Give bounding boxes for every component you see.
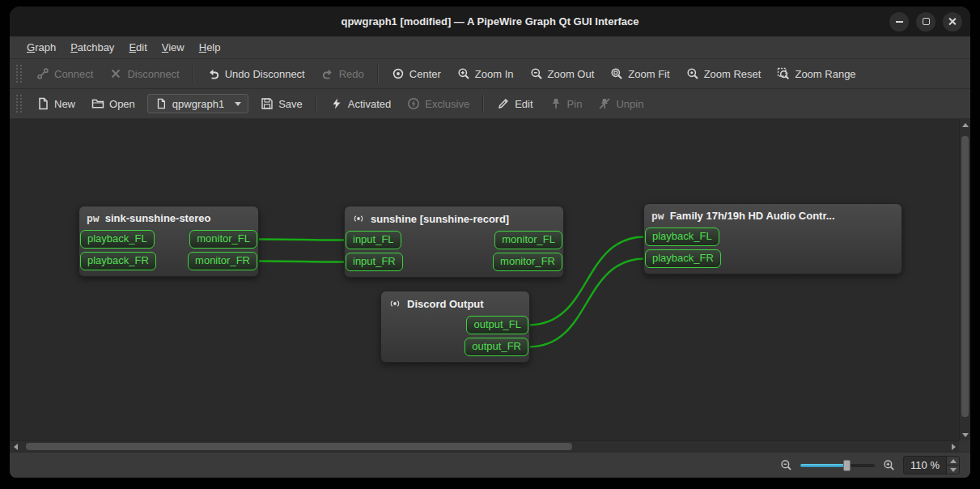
scroll-left-button[interactable] <box>10 441 21 452</box>
connection-edge[interactable] <box>257 240 346 240</box>
port-monitor-fl[interactable]: monitor_FL <box>189 230 257 249</box>
connect-button[interactable]: Connect <box>29 63 100 84</box>
port-playback-fr[interactable]: playback_FR <box>80 252 156 270</box>
maximize-button[interactable] <box>916 12 935 32</box>
canvas[interactable]: pw sink-sunshine-stereo playback_FL moni… <box>10 119 959 440</box>
node-title: sink-sunshine-stereo <box>105 212 211 224</box>
audio-source-icon <box>388 297 401 310</box>
unpin-button[interactable]: Unpin <box>591 93 651 114</box>
edit-button[interactable]: Edit <box>490 93 540 114</box>
redo-icon <box>321 67 334 80</box>
patchbay-file-icon <box>155 97 168 110</box>
graph-node-sunshine[interactable]: sunshine [sunshine-record] input_FL moni… <box>344 206 564 278</box>
toolbar-handle[interactable] <box>16 95 22 113</box>
toolbar-separator <box>482 95 484 113</box>
new-button[interactable]: New <box>29 93 83 114</box>
node-title: Family 17h/19h HD Audio Contr... <box>670 210 835 222</box>
exclusive-toggle[interactable]: Exclusive <box>400 93 477 114</box>
connection-layer <box>10 119 959 440</box>
zoom-in-button[interactable]: Zoom In <box>450 63 521 84</box>
center-button[interactable]: Center <box>384 63 448 84</box>
zoom-out-button[interactable]: Zoom Out <box>523 63 602 84</box>
minimize-button[interactable] <box>889 12 909 32</box>
port-playback-fl[interactable]: playback_FL <box>645 227 719 246</box>
scroll-up-button[interactable] <box>960 119 970 130</box>
triangle-right-icon <box>952 444 956 450</box>
zoom-slider-track[interactable] <box>800 464 875 467</box>
port-monitor-fr[interactable]: monitor_FR <box>493 253 562 271</box>
menu-patchbay[interactable]: Patchbay <box>63 37 121 57</box>
open-folder-icon <box>91 97 104 110</box>
pipewire-icon: pw <box>87 212 100 224</box>
pin-icon <box>549 97 562 110</box>
zoom-slider[interactable] <box>800 458 875 473</box>
vertical-scroll-track[interactable] <box>960 130 970 429</box>
graph-node-discord-output[interactable]: Discord Output output_FL output_FR <box>380 291 530 363</box>
menu-view[interactable]: View <box>155 37 192 57</box>
toolbar-handle[interactable] <box>16 65 22 83</box>
port-monitor-fl[interactable]: monitor_FL <box>494 231 562 249</box>
vertical-scroll-thumb[interactable] <box>961 136 969 417</box>
center-icon <box>392 67 405 80</box>
zoom-out-icon <box>530 67 543 80</box>
horizontal-scroll-thumb[interactable] <box>26 443 573 450</box>
activated-toggle[interactable]: Activated <box>323 93 398 114</box>
zoom-slider-handle[interactable] <box>843 460 851 471</box>
titlebar: qpwgraph1 [modified] — A PipeWire Graph … <box>10 6 970 36</box>
disconnect-button[interactable]: Disconnect <box>102 63 186 84</box>
graph-node-sink-sunshine-stereo[interactable]: pw sink-sunshine-stereo playback_FL moni… <box>78 206 259 277</box>
pin-button[interactable]: Pin <box>542 93 590 114</box>
scroll-right-button[interactable] <box>948 441 959 452</box>
chevron-down-icon <box>235 102 241 106</box>
scroll-down-button[interactable] <box>960 429 970 440</box>
horizontal-scrollbar[interactable] <box>10 440 959 452</box>
open-button[interactable]: Open <box>84 93 142 114</box>
vertical-scrollbar[interactable] <box>959 119 970 440</box>
zoom-fit-button[interactable]: Zoom Fit <box>603 63 677 84</box>
redo-button[interactable]: Redo <box>314 63 371 84</box>
exclusive-icon <box>407 97 420 110</box>
save-button[interactable]: Save <box>253 93 310 114</box>
port-input-fl[interactable]: input_FL <box>346 231 401 249</box>
node-header: pw Family 17h/19h HD Audio Contr... <box>644 209 902 227</box>
zoom-spinbox[interactable]: 110 % <box>903 456 960 474</box>
toolbar-main: Connect Disconnect Undo Disconnect Redo <box>10 59 970 89</box>
node-header: pw sink-sunshine-stereo <box>79 211 258 230</box>
node-title: sunshine [sunshine-record] <box>371 213 509 225</box>
menu-graph[interactable]: Graph <box>19 37 63 57</box>
triangle-down-icon <box>950 468 957 472</box>
zoom-range-button[interactable]: Zoom Range <box>770 63 863 84</box>
zoom-value[interactable]: 110 % <box>904 457 946 474</box>
triangle-up-icon <box>950 459 957 463</box>
zoom-fit-icon <box>610 67 623 80</box>
disconnect-icon <box>109 67 122 80</box>
new-file-icon <box>36 97 49 110</box>
port-playback-fl[interactable]: playback_FL <box>80 230 155 249</box>
scrollbar-corner <box>959 440 970 452</box>
menu-edit[interactable]: Edit <box>121 37 154 57</box>
port-output-fr[interactable]: output_FR <box>465 338 528 356</box>
zoom-reset-button[interactable]: Zoom Reset <box>679 63 769 84</box>
undo-disconnect-button[interactable]: Undo Disconnect <box>200 63 312 84</box>
toolbar-separator <box>193 65 194 83</box>
port-playback-fr[interactable]: playback_FR <box>645 249 721 268</box>
spin-down-button[interactable] <box>947 465 959 474</box>
zoom-reset-icon <box>686 67 699 80</box>
spin-up-button[interactable] <box>947 457 959 465</box>
patchbay-combo[interactable]: qpwgraph1 <box>147 94 248 113</box>
minimize-icon <box>896 21 903 23</box>
horizontal-scroll-track[interactable] <box>21 441 948 452</box>
port-output-fl[interactable]: output_FL <box>466 316 528 334</box>
connection-edge[interactable] <box>257 262 346 262</box>
close-button[interactable] <box>943 12 962 32</box>
triangle-up-icon <box>962 123 969 127</box>
port-input-fr[interactable]: input_FR <box>346 253 403 271</box>
node-header: sunshine [sunshine-record] <box>345 211 563 231</box>
zoom-slider-fill <box>800 464 846 467</box>
maximize-icon <box>923 18 930 25</box>
port-monitor-fr[interactable]: monitor_FR <box>188 252 257 270</box>
menu-help[interactable]: Help <box>192 37 228 57</box>
connect-icon <box>36 67 49 80</box>
unpin-icon <box>598 97 611 110</box>
graph-node-family-hd-audio[interactable]: pw Family 17h/19h HD Audio Contr... play… <box>643 203 902 274</box>
